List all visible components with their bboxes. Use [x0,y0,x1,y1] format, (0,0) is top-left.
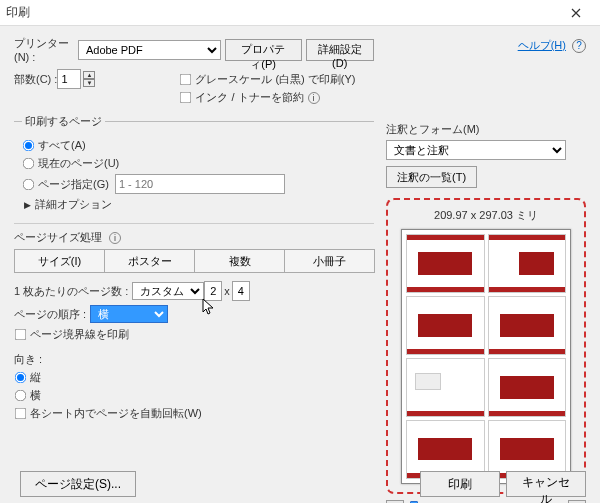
perpage-rows-input[interactable] [232,281,250,301]
preview-slide-2 [488,234,567,293]
preview-slide-1 [406,234,485,293]
copies-input[interactable] [57,69,81,89]
preview-highlight: 209.97 x 297.03 ミリ [386,198,586,494]
radio-landscape-label: 横 [30,388,41,403]
radio-portrait-label: 縦 [30,370,41,385]
savetoner-checkbox[interactable] [180,92,192,104]
order-label: ページの順序 : [14,307,86,322]
copies-spinner[interactable]: ▲▼ [83,71,95,87]
borders-checkbox[interactable] [15,329,27,341]
perpage-cols-input[interactable] [204,281,222,301]
radio-all[interactable] [23,140,35,152]
size-button[interactable]: サイズ(I) [14,249,105,273]
perpage-label: 1 枚あたりのページ数 : [14,284,128,299]
preview-sheet [401,229,571,484]
radio-current[interactable] [23,158,35,170]
properties-button[interactable]: プロパティ(P) [225,39,302,61]
print-button[interactable]: 印刷 [420,471,500,497]
window-title: 印刷 [4,4,556,21]
page-range-legend: 印刷するページ [22,114,105,129]
comments-select[interactable]: 文書と注釈 [386,140,566,160]
down-arrow-icon[interactable]: ▼ [83,79,95,87]
page-range-input[interactable] [115,174,285,194]
cancel-button[interactable]: キャンセル [506,471,586,497]
order-select[interactable]: 横 [90,305,168,323]
comments-summary-button[interactable]: 注釈の一覧(T) [386,166,477,188]
more-options-toggle[interactable]: ▶ 詳細オプション [24,197,366,212]
preview-slide-8 [488,420,567,479]
radio-range-label: ページ指定(G) [38,177,109,192]
radio-all-label: すべて(A) [38,138,86,153]
copies-label: 部数(C) : [14,72,57,87]
grayscale-checkbox[interactable] [180,74,192,86]
advanced-button[interactable]: 詳細設定(D) [306,39,375,61]
title-bar: 印刷 [0,0,600,26]
sizing-legend: ページサイズ処理 [14,231,102,243]
savetoner-label: インク / トナーを節約 [195,90,303,105]
preview-dimensions: 209.97 x 297.03 ミリ [396,208,576,223]
preview-slide-7 [406,420,485,479]
printer-label: プリンター(N) : [14,36,74,63]
preview-slide-3 [406,296,485,355]
perpage-mode-select[interactable]: カスタム... [132,282,204,300]
preview-slide-5 [406,358,485,417]
help-icon[interactable]: ? [572,39,586,53]
borders-label: ページ境界線を印刷 [30,327,129,342]
prev-page-button[interactable]: < [386,500,404,504]
poster-button[interactable]: ポスター [104,249,195,273]
orientation-legend: 向き : [14,352,374,367]
more-options-label: 詳細オプション [35,197,112,212]
grayscale-label: グレースケール (白黒) で印刷(Y) [195,72,355,87]
preview-slide-4 [488,296,567,355]
next-page-button[interactable]: > [568,500,586,504]
close-icon [571,8,581,18]
perpage-by: x [224,285,230,297]
help-link[interactable]: ヘルプ(H) [518,39,566,51]
help-link-area: ヘルプ(H) ? [518,38,586,53]
radio-landscape[interactable] [15,390,27,402]
info-icon[interactable]: i [109,232,121,244]
info-icon[interactable]: i [308,92,320,104]
preview-slide-6 [488,358,567,417]
page-range-group: 印刷するページ すべて(A) 現在のページ(U) ページ指定(G) ▶ 詳細オプ… [14,114,374,217]
autorotate-checkbox[interactable] [15,408,27,420]
close-button[interactable] [556,0,596,26]
printer-select[interactable]: Adobe PDF [78,40,221,60]
page-setup-button[interactable]: ページ設定(S)... [20,471,136,497]
preview-nav: < > [386,500,586,504]
autorotate-label: 各シート内でページを自動回転(W) [30,406,202,421]
radio-portrait[interactable] [15,372,27,384]
radio-range[interactable] [23,178,35,190]
booklet-button[interactable]: 小冊子 [284,249,375,273]
up-arrow-icon[interactable]: ▲ [83,71,95,79]
radio-current-label: 現在のページ(U) [38,156,119,171]
multiple-button[interactable]: 複数 [194,249,285,273]
comments-legend: 注釈とフォーム(M) [386,122,586,137]
